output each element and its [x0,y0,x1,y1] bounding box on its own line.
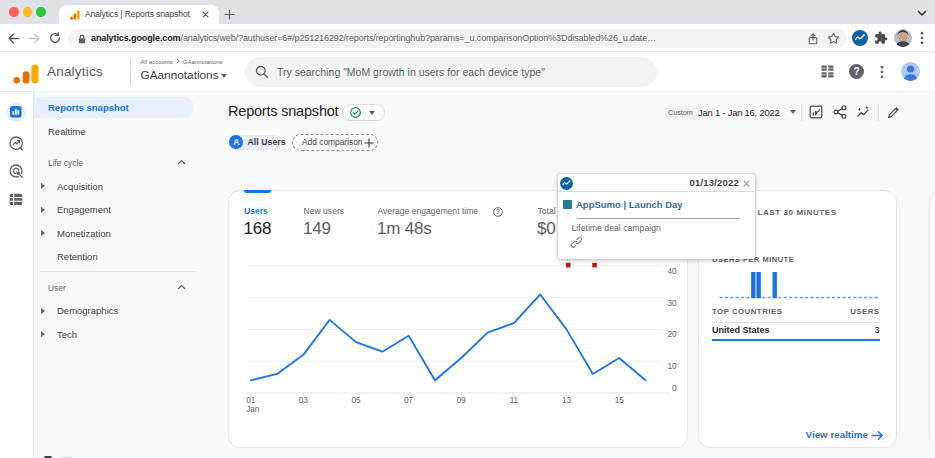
annotations-logo-icon [560,177,573,190]
date-range-type-chip: Custom [665,106,697,120]
property-name: GAannotations [141,68,219,82]
sidebar-item-retention[interactable]: Retention [57,251,98,262]
extensions-puzzle-icon[interactable] [874,31,888,45]
metric-engagement-label[interactable]: Average engagement time [378,206,479,216]
account-breadcrumb[interactable]: All accountsGAannotations [141,58,223,65]
lock-icon[interactable] [77,34,87,44]
browser-toolbar: analytics.google.com/analytics/web/?auth… [0,24,935,52]
annotation-popup: 01/13/2022 AppSumo | Launch Day Lifetime… [558,174,755,260]
annotations-extension-icon[interactable] [852,30,868,46]
back-button[interactable] [7,32,20,45]
analytics-favicon [70,10,80,20]
sidebar-item-acquisition[interactable]: Acquisition [57,181,103,192]
active-metric-indicator [244,190,272,193]
arrow-right-icon[interactable] [871,430,884,441]
metric-users-label[interactable]: Users [244,206,268,216]
account-avatar[interactable] [901,62,920,81]
search-placeholder: Try searching "MoM growth in users for e… [277,57,545,87]
tab-close-icon[interactable] [202,11,209,18]
add-comparison-label: Add comparison [302,134,363,150]
sidebar-divider [40,271,196,272]
mac-minimize-button[interactable] [23,7,32,16]
rail-explore-icon[interactable] [9,136,24,151]
sidebar-section-life-cycle: Life cycle [48,158,83,168]
browser-profile-avatar[interactable] [894,29,912,47]
add-comparison-plus-icon [364,138,374,148]
annotation-close-icon[interactable] [743,180,750,187]
share-icon[interactable] [807,33,819,45]
badge-caret-icon [369,111,375,115]
mac-zoom-button[interactable] [36,7,45,16]
date-range-selector[interactable]: Jan 1 - Jan 16, 2022 [698,106,779,119]
insights-icon[interactable] [856,105,870,119]
url-host: analytics.google.com [91,33,181,43]
report-status-badge[interactable] [342,104,385,122]
sidebar-item-realtime[interactable]: Realtime [48,126,86,137]
sidebar-section-user: User [48,283,66,293]
top-countries-header: TOP COUNTRIES [712,307,782,316]
annotation-title-divider [577,218,740,219]
demographics-expand-icon[interactable] [41,308,45,314]
browser-menu-icon[interactable] [920,31,924,45]
metric-users-value: 168 [244,219,272,239]
check-circle-icon [350,107,361,118]
rail-advertising-icon[interactable] [9,164,24,179]
rail-library-icon[interactable] [9,193,23,206]
breadcrumb-current[interactable]: GAannotations [183,59,223,65]
sidebar-item-reports-snapshot-label[interactable]: Reports snapshot [48,102,129,113]
browser-tab-strip: Analytics | Reports snapshot [0,0,935,24]
customize-report-icon[interactable] [809,105,823,119]
breadcrumb-root[interactable]: All accounts [141,59,173,65]
date-range-caret-icon [790,110,796,114]
view-realtime-link[interactable]: View realtime [806,429,868,440]
annotation-link-icon[interactable] [571,237,582,248]
new-tab-button[interactable] [224,9,235,20]
search-icon [255,65,269,79]
sidebar-item-monetization[interactable]: Monetization [57,228,111,239]
country-row-bar [712,339,880,341]
metric-new-users-label[interactable]: New users [304,206,345,216]
header-divider [130,60,131,84]
analytics-product-name[interactable]: Analytics [47,64,103,79]
user-collapse-icon[interactable] [177,284,186,290]
segment-label: All Users [248,135,286,150]
monetization-expand-icon[interactable] [41,230,45,236]
annotation-date: 01/13/2022 [689,177,739,188]
share-report-icon[interactable] [833,105,847,119]
annotation-color-swatch [563,200,572,209]
svg-text:?: ? [853,66,859,77]
table-header-divider [712,322,880,323]
svg-text:?: ? [496,208,500,215]
analytics-logo[interactable] [13,58,39,84]
url-path: /analytics/web/?authuser=6#/p251216292/r… [181,33,657,43]
users-column-header: USERS [850,307,879,316]
browser-tab[interactable]: Analytics | Reports snapshot [59,5,219,24]
engagement-expand-icon[interactable] [41,207,45,213]
sidebar-item-tech[interactable]: Tech [57,329,77,340]
metric-new-users-value: 149 [303,219,331,239]
metric-help-icon[interactable]: ? [493,207,503,217]
metric-revenue-value: $0 [537,219,556,239]
help-icon[interactable]: ? [849,64,864,79]
mac-close-button[interactable] [9,7,18,16]
forward-button[interactable] [28,32,41,45]
screenshot-stage: Analytics | Reports snapshot [0,0,935,458]
tech-expand-icon[interactable] [41,331,45,337]
acquisition-expand-icon[interactable] [41,183,45,189]
toolbar-divider-1 [801,104,802,121]
life-cycle-collapse-icon[interactable] [177,159,186,165]
page-title: Reports snapshot [228,103,338,119]
sidebar-item-engagement[interactable]: Engagement [57,204,111,215]
edit-pencil-icon[interactable] [886,105,901,120]
annotation-title[interactable]: AppSumo | Launch Day [576,199,683,210]
tab-search-chevron-icon[interactable] [917,10,927,17]
rail-reports-icon[interactable] [10,106,22,118]
country-row-label[interactable]: United States [712,325,770,335]
sidebar-item-demographics[interactable]: Demographics [57,305,118,316]
reload-button[interactable] [49,32,61,44]
url-text[interactable]: analytics.google.com/analytics/web/?auth… [91,29,657,48]
bookmark-star-icon[interactable] [827,32,840,45]
apps-grid-icon[interactable] [821,65,834,78]
analytics-menu-icon[interactable] [880,65,884,79]
property-selector[interactable]: GAannotations [141,68,219,82]
